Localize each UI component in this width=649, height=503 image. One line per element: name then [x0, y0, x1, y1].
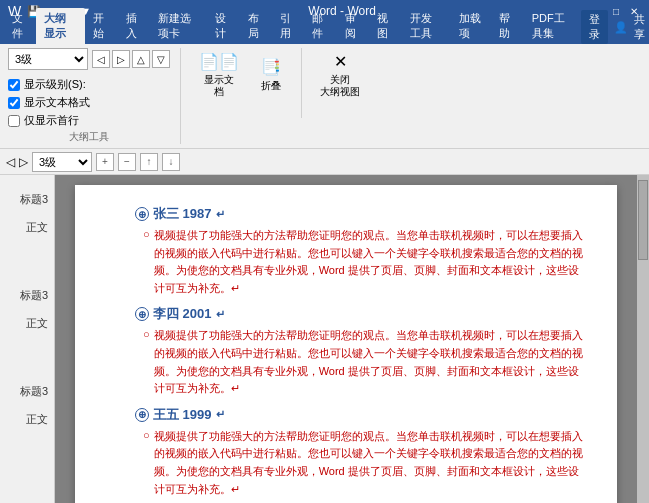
ribbon-group-show-doc: 📄📄 显示文档 📑 折叠 显示文档	[193, 48, 302, 118]
show-format-label: 显示文本格式	[24, 95, 90, 110]
level-select-row: 正文文本 1级 2级 3级 ◁ ▷ △ ▽	[8, 48, 170, 70]
share-button[interactable]: 👤	[614, 21, 628, 34]
back-button[interactable]: ◁	[6, 155, 15, 169]
move-down-icon[interactable]: ↓	[162, 153, 180, 171]
tab-home[interactable]: 开始	[85, 8, 117, 44]
ribbon-toolbar: 正文文本 1级 2级 3级 ◁ ▷ △ ▽ 显示级别(S)	[0, 44, 649, 149]
collapse-button[interactable]: 📑 折叠	[251, 48, 291, 102]
scrollbar[interactable]	[637, 175, 649, 503]
outline-controls: 正文文本 1级 2级 3级 ◁ ▷ △ ▽ 显示级别(S)	[8, 48, 170, 128]
move-up-icon[interactable]: ↑	[140, 153, 158, 171]
tab-insert[interactable]: 插入	[118, 8, 150, 44]
bullet-dot-3: ○	[143, 429, 150, 441]
show-level-checkbox[interactable]: 显示级别(S):	[8, 77, 170, 92]
show-level-input[interactable]	[8, 79, 20, 91]
tab-view[interactable]: 视图	[369, 8, 401, 44]
show-format-checkbox[interactable]: 显示文本格式	[8, 95, 170, 110]
para-mark-2: ↵	[216, 308, 225, 321]
sidebar-label-normal-2: 正文	[0, 309, 54, 337]
tab-layout[interactable]: 布局	[240, 8, 272, 44]
close-icon: ✕	[334, 52, 347, 71]
close-group-content: ✕ 关闭大纲视图	[314, 48, 366, 102]
collapse-icon: 📑	[261, 57, 281, 76]
show-doc-label: 显示文档	[204, 74, 234, 98]
sidebar-labels: 标题3 正文 标题3 正文 标题3 正文	[0, 175, 55, 503]
tab-addins[interactable]: 加载项	[451, 8, 492, 44]
sidebar-label-heading-3: 标题3	[0, 377, 54, 405]
sidebar-spacer-2	[0, 337, 54, 377]
document-page: ⊕ 张三 1987 ↵ ○ 视频提供了功能强大的方法帮助您证明您的观点。当您单击…	[75, 185, 617, 503]
tab-design[interactable]: 设计	[207, 8, 239, 44]
heading-zhang: ⊕ 张三 1987 ↵	[135, 205, 587, 223]
collapse-small-icon[interactable]: −	[118, 153, 136, 171]
outline-group-label: 大纲工具	[69, 128, 109, 144]
outline-level-select[interactable]: 正文文本 1级 2级 3级	[8, 48, 88, 70]
heading-li-text: 李四 2001	[153, 305, 212, 323]
heading-wang-text: 王五 1999	[153, 406, 212, 424]
heading-li: ⊕ 李四 2001 ↵	[135, 305, 587, 323]
document-container[interactable]: ⊕ 张三 1987 ↵ ○ 视频提供了功能强大的方法帮助您证明您的观点。当您单击…	[55, 175, 637, 503]
level-increase-button[interactable]: ▷	[112, 50, 130, 68]
ribbon-group-outline: 正文文本 1级 2级 3级 ◁ ▷ △ ▽ 显示级别(S)	[8, 48, 181, 144]
expand-zhang-button[interactable]: ⊕	[135, 207, 149, 221]
main-area: 标题3 正文 标题3 正文 标题3 正文 ⊕ 张三 1987 ↵ ○ 视频提供了…	[0, 175, 649, 503]
forward-button[interactable]: ▷	[19, 155, 28, 169]
scroll-thumb-area	[637, 175, 649, 503]
collapse-label: 折叠	[261, 79, 281, 93]
sidebar-label-heading-1: 标题3	[0, 185, 54, 213]
show-firstline-checkbox[interactable]: 仅显示首行	[8, 113, 170, 128]
sidebar-label-normal-3: 正文	[0, 405, 54, 433]
tab-pdf[interactable]: PDF工具集	[524, 8, 581, 44]
close-outline-button[interactable]: ✕ 关闭大纲视图	[314, 48, 366, 102]
scroll-thumb[interactable]	[638, 180, 648, 260]
heading-wang: ⊕ 王五 1999 ↵	[135, 406, 587, 424]
show-format-input[interactable]	[8, 97, 20, 109]
show-doc-icon: 📄📄	[199, 52, 239, 71]
ribbon-group-close: ✕ 关闭大纲视图 关闭	[314, 48, 376, 118]
bullet-li-text: 视频提供了功能强大的方法帮助您证明您的观点。当您单击联机视频时，可以在想要插入的…	[154, 327, 587, 397]
para-mark-3: ↵	[216, 408, 225, 421]
bullet-zhang: ○ 视频提供了功能强大的方法帮助您证明您的观点。当您单击联机视频时，可以在想要插…	[135, 227, 587, 297]
outline-checkboxes: 显示级别(S): 显示文本格式 仅显示首行	[8, 77, 170, 128]
level-up-button[interactable]: △	[132, 50, 150, 68]
show-level-label: 显示级别(S):	[24, 77, 86, 92]
bullet-dot-1: ○	[143, 228, 150, 240]
outline-level-toolbar: ◁ ▷ 3级 + − ↑ ↓	[0, 149, 649, 175]
ribbon-tabs: 文件 大纲显示 开始 插入 新建选项卡 设计 布局 引用 邮件 审阅 视图 开发…	[0, 22, 649, 44]
bullet-wang: ○ 视频提供了功能强大的方法帮助您证明您的观点。当您单击联机视频时，可以在想要插…	[135, 428, 587, 498]
show-document-button[interactable]: 📄📄 显示文档	[193, 48, 245, 102]
level-decrease-button[interactable]: ◁	[92, 50, 110, 68]
bullet-li: ○ 视频提供了功能强大的方法帮助您证明您的观点。当您单击联机视频时，可以在想要插…	[135, 327, 587, 397]
expand-li-button[interactable]: ⊕	[135, 307, 149, 321]
para-mark-1: ↵	[216, 208, 225, 221]
expand-wang-button[interactable]: ⊕	[135, 408, 149, 422]
tab-review[interactable]: 审阅	[337, 8, 369, 44]
sidebar-label-heading-2: 标题3	[0, 281, 54, 309]
heading-zhang-text: 张三 1987	[153, 205, 212, 223]
tab-new[interactable]: 新建选项卡	[150, 8, 207, 44]
login-button[interactable]: 登录	[581, 10, 608, 44]
share-label[interactable]: 共享	[634, 12, 645, 42]
tab-developer[interactable]: 开发工具	[402, 8, 451, 44]
bullet-zhang-text: 视频提供了功能强大的方法帮助您证明您的观点。当您单击联机视频时，可以在想要插入的…	[154, 227, 587, 297]
bullet-dot-2: ○	[143, 328, 150, 340]
tab-reference[interactable]: 引用	[272, 8, 304, 44]
sidebar-label-normal-1: 正文	[0, 213, 54, 241]
tab-mail[interactable]: 邮件	[304, 8, 336, 44]
bullet-wang-text: 视频提供了功能强大的方法帮助您证明您的观点。当您单击联机视频时，可以在想要插入的…	[154, 428, 587, 498]
close-outline-label: 关闭大纲视图	[320, 74, 360, 98]
level-nav-arrows: ◁ ▷ △ ▽	[92, 50, 170, 68]
outline-level-select-2[interactable]: 3级	[32, 152, 92, 172]
show-firstline-label: 仅显示首行	[24, 113, 79, 128]
outline-level-controls: 正文文本 1级 2级 3级 ◁ ▷ △ ▽ 显示级别(S)	[8, 48, 170, 128]
show-doc-content: 📄📄 显示文档 📑 折叠	[193, 48, 291, 102]
expand-icon[interactable]: +	[96, 153, 114, 171]
level-down-button[interactable]: ▽	[152, 50, 170, 68]
tab-file[interactable]: 文件	[4, 8, 36, 44]
tab-help[interactable]: 帮助	[491, 8, 523, 44]
show-firstline-input[interactable]	[8, 115, 20, 127]
tab-outline[interactable]: 大纲显示	[36, 8, 85, 44]
sidebar-spacer-1	[0, 241, 54, 281]
